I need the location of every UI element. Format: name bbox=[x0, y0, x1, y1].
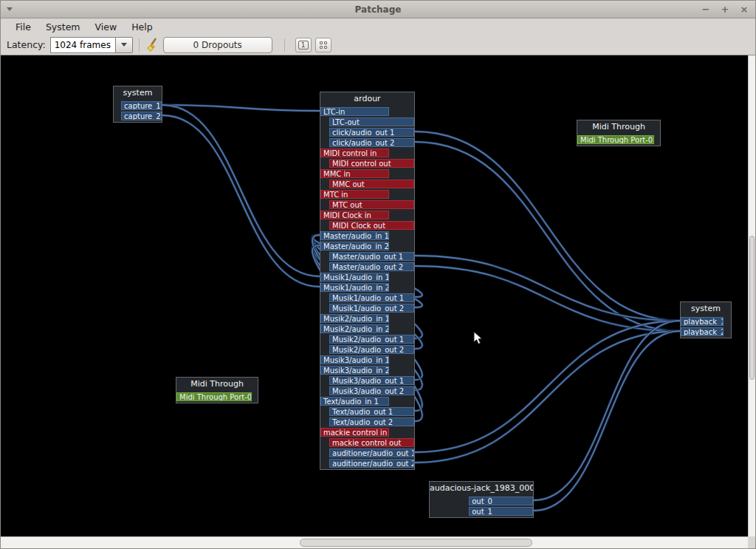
horizontal-scrollbar[interactable] bbox=[1, 536, 749, 548]
port-out-1[interactable]: out_1 bbox=[469, 507, 533, 516]
port-master-audio-in-2[interactable]: Master/audio_in 2 bbox=[320, 242, 389, 250]
port-master-audio-out-2[interactable]: Master/audio_out 2 bbox=[329, 262, 414, 271]
connection-wire[interactable] bbox=[415, 266, 680, 331]
module-title: ardour bbox=[320, 92, 414, 106]
latency-label: Latency: bbox=[7, 39, 46, 50]
port-ltc-in[interactable]: LTC-in bbox=[320, 107, 389, 116]
maximize-button[interactable]: + bbox=[720, 4, 730, 15]
vertical-scrollbar-thumb[interactable] bbox=[749, 236, 755, 380]
scrollbar-corner bbox=[748, 536, 755, 548]
port-capture-2[interactable]: capture_2 bbox=[121, 112, 162, 120]
latency-combobox[interactable] bbox=[50, 37, 133, 53]
module-midi-through-a[interactable]: Midi ThroughMidi Through Port-0 bbox=[577, 120, 661, 146]
port-text-audio-in-1[interactable]: Text/audio_in 1 bbox=[320, 397, 389, 406]
port-auditioner-audio-out-2[interactable]: auditioner/audio_out 2 bbox=[329, 459, 414, 468]
port-playback-2[interactable]: playback_2 bbox=[681, 327, 724, 336]
module-ardour[interactable]: ardourLTC-inLTC-outclick/audio_out 1clic… bbox=[320, 92, 415, 470]
close-button[interactable]: × bbox=[739, 4, 749, 15]
zoom-fit-button[interactable] bbox=[315, 38, 331, 52]
menu-file[interactable]: File bbox=[8, 20, 38, 34]
vertical-scrollbar[interactable] bbox=[748, 55, 755, 538]
toolbar-separator-2 bbox=[284, 38, 285, 52]
menu-view[interactable]: View bbox=[88, 20, 125, 34]
port-midi-through-port-0[interactable]: Midi Through Port-0 bbox=[176, 392, 252, 401]
port-click-audio-out-2[interactable]: click/audio_out 2 bbox=[329, 138, 414, 147]
module-title: Midi Through bbox=[176, 378, 258, 391]
port-mmc-in[interactable]: MMC in bbox=[320, 169, 389, 178]
horizontal-scrollbar-thumb[interactable] bbox=[300, 539, 532, 547]
module-audacious[interactable]: audacious-jack_1983_000out_0out_1 bbox=[429, 481, 534, 518]
port-musik2-audio-out-1[interactable]: Musik2/audio_out 1 bbox=[329, 335, 414, 344]
port-musik1-audio-in-2[interactable]: Musik1/audio_in 2 bbox=[320, 283, 389, 292]
port-text-audio-out-1[interactable]: Text/audio_out 1 bbox=[329, 407, 414, 416]
port-ltc-out[interactable]: LTC-out bbox=[329, 117, 414, 126]
port-musik3-audio-out-1[interactable]: Musik3/audio_out 1 bbox=[329, 376, 414, 385]
latency-dropdown-button[interactable] bbox=[115, 37, 133, 53]
port-musik3-audio-in-2[interactable]: Musik3/audio_in 2 bbox=[320, 366, 389, 375]
dropouts-button[interactable]: 0 Dropouts bbox=[163, 37, 272, 53]
port-out-0[interactable]: out_0 bbox=[469, 497, 533, 505]
connection-wire[interactable] bbox=[415, 331, 680, 463]
port-musik1-audio-out-2[interactable]: Musik1/audio_out 2 bbox=[329, 304, 414, 313]
port-click-audio-out-1[interactable]: click/audio_out 1 bbox=[329, 128, 414, 137]
port-midi-control-in[interactable]: MIDI control in bbox=[320, 149, 389, 157]
menu-system[interactable]: System bbox=[38, 20, 88, 34]
port-musik2-audio-in-2[interactable]: Musik2/audio_in 2 bbox=[320, 324, 389, 333]
patchage-window: Patchage − + × File System View Help Lat… bbox=[0, 0, 756, 549]
menu-help[interactable]: Help bbox=[124, 20, 160, 34]
port-midi-clock-in[interactable]: MIDI Clock in bbox=[320, 211, 389, 219]
titlebar[interactable]: Patchage − + × bbox=[1, 1, 755, 18]
zoom-normal-button[interactable]: 1 bbox=[295, 38, 312, 52]
connection-wire[interactable] bbox=[415, 142, 680, 331]
connection-wire[interactable] bbox=[534, 331, 680, 511]
port-playback-1[interactable]: playback_1 bbox=[681, 317, 724, 326]
port-mmc-out[interactable]: MMC out bbox=[329, 180, 414, 188]
port-midi-clock-out[interactable]: MIDI Clock out bbox=[329, 221, 414, 230]
module-title: audacious-jack_1983_000 bbox=[430, 482, 533, 495]
window-title: Patchage bbox=[1, 4, 755, 15]
zoom-normal-icon: 1 bbox=[298, 41, 309, 50]
port-mackie-control-in[interactable]: mackie control in bbox=[320, 428, 389, 437]
port-mtc-out[interactable]: MTC out bbox=[329, 200, 414, 209]
port-musik1-audio-in-1[interactable]: Musik1/audio_in 1 bbox=[320, 273, 389, 282]
port-musik2-audio-in-1[interactable]: Musik2/audio_in 1 bbox=[320, 314, 389, 323]
port-midi-through-port-0[interactable]: Midi Through Port-0 bbox=[577, 135, 654, 144]
minimize-button[interactable]: − bbox=[701, 4, 711, 15]
latency-input[interactable] bbox=[50, 37, 115, 53]
port-musik1-audio-out-1[interactable]: Musik1/audio_out 1 bbox=[329, 293, 414, 302]
dropouts-label: 0 Dropouts bbox=[193, 40, 242, 50]
port-master-audio-out-1[interactable]: Master/audio_out 1 bbox=[329, 252, 414, 261]
combo-dropdown-icon bbox=[121, 43, 127, 47]
module-system-playback[interactable]: systemplayback_1playback_2 bbox=[680, 301, 732, 338]
connection-wire[interactable] bbox=[415, 256, 680, 321]
connection-wire[interactable] bbox=[162, 115, 320, 287]
toolbar: Latency: 0 Dropouts 1 bbox=[1, 35, 755, 55]
zoom-fit-icon bbox=[320, 41, 327, 49]
patchbay-canvas[interactable]: systemcapture_1capture_2ardourLTC-inLTC-… bbox=[1, 55, 749, 538]
port-mackie-control-out[interactable]: mackie control out bbox=[329, 438, 414, 447]
connection-wire[interactable] bbox=[162, 105, 320, 276]
module-midi-through-b[interactable]: Midi ThroughMidi Through Port-0 bbox=[176, 377, 258, 403]
window-menu-icon[interactable] bbox=[7, 7, 13, 11]
connection-wire[interactable] bbox=[415, 321, 680, 452]
toolbar-separator bbox=[139, 38, 140, 52]
port-auditioner-audio-out-1[interactable]: auditioner/audio_out 1 bbox=[329, 449, 414, 457]
port-midi-control-out[interactable]: MIDI control out bbox=[329, 159, 414, 168]
port-musik3-audio-out-2[interactable]: Musik3/audio_out 2 bbox=[329, 386, 414, 395]
port-capture-1[interactable]: capture_1 bbox=[121, 101, 162, 110]
module-title: system bbox=[681, 302, 731, 316]
port-musik3-audio-in-1[interactable]: Musik3/audio_in 1 bbox=[320, 355, 389, 364]
module-system-capture[interactable]: systemcapture_1capture_2 bbox=[113, 86, 162, 123]
connection-wire[interactable] bbox=[415, 132, 680, 321]
port-master-audio-in-1[interactable]: Master/audio_in 1 bbox=[320, 231, 389, 240]
port-mtc-in[interactable]: MTC in bbox=[320, 190, 389, 199]
port-musik2-audio-out-2[interactable]: Musik2/audio_out 2 bbox=[329, 345, 414, 354]
broom-icon bbox=[145, 38, 159, 52]
menubar: File System View Help bbox=[1, 18, 755, 35]
refresh-button[interactable] bbox=[145, 37, 159, 53]
module-title: Midi Through bbox=[577, 120, 660, 134]
port-text-audio-out-2[interactable]: Text/audio_out 2 bbox=[329, 417, 414, 426]
module-title: system bbox=[114, 86, 162, 100]
